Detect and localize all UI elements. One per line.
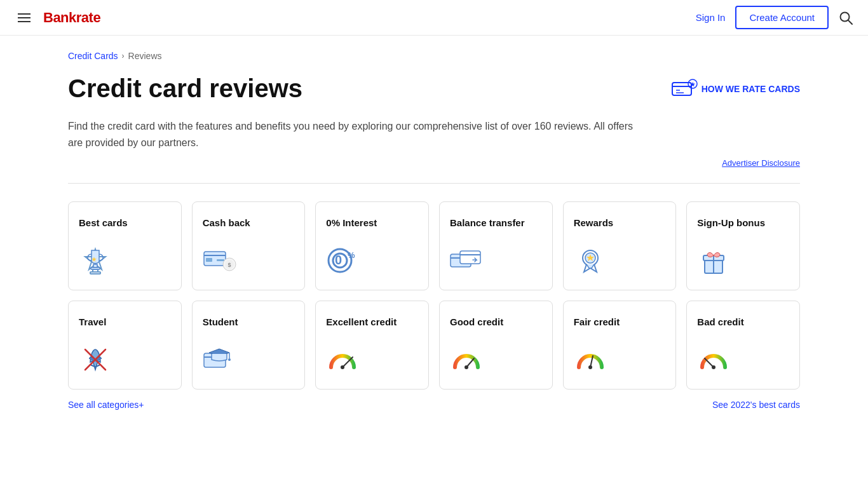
svg-rect-14	[206, 258, 212, 262]
footer-links: See all categories+ See 2022's best card…	[68, 400, 800, 410]
category-label: Sign-Up bonus	[697, 217, 765, 228]
menu-button[interactable]	[15, 11, 33, 25]
header-left: Bankrate	[15, 10, 100, 26]
header-right: Sign In Create Account	[696, 6, 853, 29]
gift-icon	[697, 244, 730, 277]
svg-point-41	[465, 365, 468, 369]
svg-line-1	[848, 20, 852, 24]
see-all-categories-link[interactable]: See all categories+	[68, 400, 144, 410]
good-credit-icon	[450, 343, 483, 376]
svg-rect-25	[460, 251, 480, 264]
category-bad-credit[interactable]: Bad credit	[686, 301, 800, 390]
bad-credit-icon	[697, 343, 730, 376]
svg-text:%: %	[348, 250, 355, 260]
category-good-credit[interactable]: Good credit	[439, 301, 553, 390]
cash-back-icon: $	[203, 244, 236, 277]
how-we-rate-label: HOW WE RATE CARDS	[702, 84, 800, 94]
category-label: Rewards	[574, 217, 614, 228]
rewards-icon	[574, 244, 607, 277]
breadcrumb: Credit Cards › Reviews	[68, 51, 800, 61]
category-signup-bonus[interactable]: Sign-Up bonus	[686, 201, 800, 290]
category-label: Student	[203, 316, 238, 327]
category-label: Bad credit	[697, 316, 743, 327]
svg-text:★: ★	[690, 81, 696, 88]
breadcrumb-link[interactable]: Credit Cards	[68, 51, 118, 61]
category-label: Fair credit	[574, 316, 620, 327]
category-label: Balance transfer	[450, 217, 525, 228]
category-student[interactable]: Student	[192, 301, 306, 390]
page-description: Find the credit card with the features a…	[68, 118, 640, 151]
page-title: Credit card reviews	[68, 74, 302, 103]
category-fair-credit[interactable]: Fair credit	[563, 301, 677, 390]
category-label: Travel	[79, 316, 106, 327]
breadcrumb-separator: ›	[122, 51, 125, 60]
svg-point-43	[588, 365, 592, 369]
svg-text:$: $	[227, 262, 231, 268]
svg-rect-9	[90, 272, 100, 274]
create-account-button[interactable]: Create Account	[735, 6, 829, 29]
svg-rect-15	[217, 259, 224, 261]
search-icon	[839, 11, 853, 25]
category-label: Best cards	[79, 217, 128, 228]
svg-text:0: 0	[335, 253, 342, 267]
category-cash-back[interactable]: Cash back $	[192, 201, 306, 290]
category-label: 0% Interest	[326, 217, 377, 228]
sign-in-button[interactable]: Sign In	[696, 12, 726, 23]
category-label: Good credit	[450, 316, 503, 327]
zero-percent-icon: 0 %	[326, 244, 359, 277]
advertiser-disclosure[interactable]: Advertiser Disclosure	[68, 158, 800, 168]
categories-row-2: Travel Student	[68, 301, 800, 390]
see-best-cards-link[interactable]: See 2022's best cards	[712, 400, 800, 410]
trophy-icon	[79, 244, 112, 277]
category-rewards[interactable]: Rewards	[563, 201, 677, 290]
rate-cards-icon: ★	[671, 79, 696, 99]
breadcrumb-current: Reviews	[128, 51, 162, 61]
logo[interactable]: Bankrate	[43, 10, 100, 26]
balance-transfer-icon	[450, 244, 483, 277]
category-best-cards[interactable]: Best cards	[68, 201, 182, 290]
header: Bankrate Sign In Create Account	[0, 0, 868, 36]
category-label: Excellent credit	[326, 316, 397, 327]
page-header: Credit card reviews ★ HOW WE RATE CARDS	[68, 74, 800, 103]
category-zero-interest[interactable]: 0% Interest 0 %	[315, 201, 429, 290]
fair-credit-icon	[574, 343, 607, 376]
category-travel[interactable]: Travel	[68, 301, 182, 390]
svg-rect-11	[91, 268, 100, 269]
svg-point-45	[712, 365, 715, 369]
category-excellent-credit[interactable]: Excellent credit	[315, 301, 429, 390]
svg-point-37	[228, 358, 231, 361]
svg-point-39	[341, 365, 344, 369]
divider	[68, 183, 800, 184]
student-icon	[203, 343, 236, 376]
search-button[interactable]	[839, 11, 853, 25]
excellent-credit-icon	[326, 343, 359, 376]
category-label: Cash back	[203, 217, 250, 228]
how-we-rate-button[interactable]: ★ HOW WE RATE CARDS	[671, 79, 800, 99]
categories-row-1: Best cards Cash back	[68, 201, 800, 290]
travel-icon	[79, 343, 112, 376]
category-balance-transfer[interactable]: Balance transfer	[439, 201, 553, 290]
main-content: Credit Cards › Reviews Credit card revie…	[53, 36, 815, 425]
